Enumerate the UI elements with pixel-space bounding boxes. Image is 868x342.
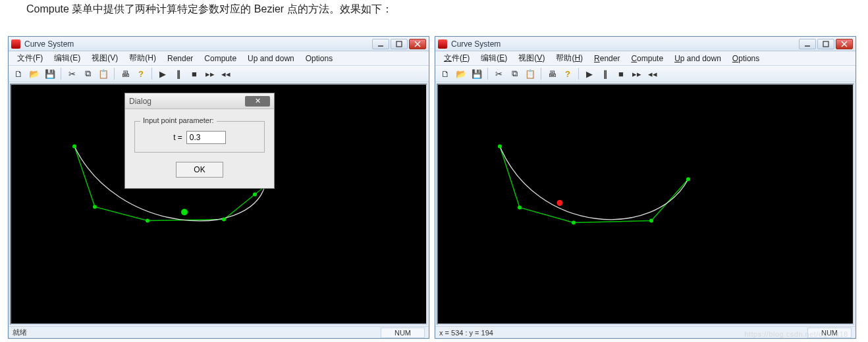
menu-updown[interactable]: Up and down bbox=[243, 53, 299, 64]
window-title: Curve System bbox=[451, 39, 799, 49]
menu-file[interactable]: 文件(F) bbox=[439, 51, 474, 65]
copy-icon[interactable]: ⧉ bbox=[80, 66, 95, 81]
menu-view[interactable]: 视图(V) bbox=[514, 51, 549, 65]
menu-help[interactable]: 帮助(H) bbox=[124, 51, 161, 65]
step-back-icon[interactable]: ▸▸ bbox=[203, 66, 217, 81]
menu-render[interactable]: Render bbox=[589, 53, 624, 64]
save-icon[interactable]: 💾 bbox=[43, 66, 57, 81]
menu-options[interactable]: Options bbox=[301, 53, 337, 64]
save-icon[interactable]: 💾 bbox=[470, 66, 484, 81]
cut-icon[interactable]: ✂ bbox=[491, 66, 506, 81]
sep-icon bbox=[541, 68, 541, 80]
canvas-area[interactable] bbox=[437, 84, 854, 325]
control-point[interactable] bbox=[146, 219, 149, 223]
status-text: x = 534 : y = 194 bbox=[439, 329, 807, 337]
sep-icon bbox=[61, 68, 61, 80]
control-point[interactable] bbox=[222, 218, 226, 222]
control-point[interactable] bbox=[649, 219, 653, 223]
minimize-button[interactable] bbox=[372, 39, 389, 49]
computed-point[interactable] bbox=[557, 200, 563, 206]
canvas-area[interactable]: Dialog ✕ Input point parameter: t = OK bbox=[10, 84, 427, 325]
ok-button[interactable]: OK bbox=[176, 162, 223, 178]
dialog-title-text: Dialog bbox=[129, 97, 245, 106]
toolbar: 🗋 📂 💾 ✂ ⧉ 📋 🖶 ? ▶ ∥ ■ ▸▸ ◂◂ bbox=[9, 66, 429, 82]
menu-edit[interactable]: 编辑(E) bbox=[476, 51, 512, 65]
cut-icon[interactable]: ✂ bbox=[65, 66, 79, 81]
menu-file[interactable]: 文件(F) bbox=[13, 51, 47, 65]
page-caption: Compute 菜单中提供了两种计算特定参数对应的 Bezier 点的方法。效果… bbox=[26, 3, 393, 16]
menu-options[interactable]: Options bbox=[728, 53, 764, 64]
close-button[interactable] bbox=[836, 39, 853, 49]
t-input[interactable] bbox=[186, 131, 226, 144]
control-point[interactable] bbox=[93, 205, 97, 209]
minimize-button[interactable] bbox=[799, 39, 816, 49]
dialog-groupbox: Input point parameter: t = bbox=[134, 121, 265, 153]
control-point[interactable] bbox=[572, 221, 576, 225]
menu-help[interactable]: 帮助(H) bbox=[551, 51, 587, 65]
menu-updown[interactable]: Up and down bbox=[670, 53, 726, 64]
step-back-icon[interactable]: ▸▸ bbox=[630, 66, 644, 81]
titlebar[interactable]: Curve System bbox=[9, 37, 429, 51]
status-numlock: NUM bbox=[807, 328, 852, 338]
dialog-group-label: Input point parameter: bbox=[140, 116, 217, 124]
app-icon bbox=[11, 39, 20, 49]
control-point[interactable] bbox=[686, 178, 690, 182]
app-window-left: Curve System 文件(F) 编辑(E) 视图(V) 帮助(H) Ren… bbox=[8, 36, 429, 339]
control-point[interactable] bbox=[72, 145, 76, 149]
rewind-icon[interactable]: ◂◂ bbox=[645, 66, 660, 81]
rewind-icon[interactable]: ◂◂ bbox=[219, 66, 233, 81]
menu-compute[interactable]: Compute bbox=[200, 53, 241, 64]
stop-icon[interactable]: ■ bbox=[187, 66, 202, 81]
sep-icon bbox=[487, 68, 488, 80]
new-icon[interactable]: 🗋 bbox=[11, 66, 26, 81]
menubar: 文件(F) 编辑(E) 视图(V) 帮助(H) Render Compute U… bbox=[435, 51, 855, 66]
bezier-curve bbox=[500, 147, 688, 220]
help-icon[interactable]: ? bbox=[560, 66, 575, 81]
bezier-canvas[interactable] bbox=[438, 85, 853, 324]
menu-view[interactable]: 视图(V) bbox=[87, 51, 122, 65]
open-icon[interactable]: 📂 bbox=[27, 66, 41, 81]
control-point[interactable] bbox=[253, 193, 257, 197]
statusbar: 就绪 NUM bbox=[9, 326, 429, 338]
status-text: 就绪 bbox=[13, 328, 381, 337]
paste-icon[interactable]: 📋 bbox=[96, 66, 111, 81]
menu-compute[interactable]: Compute bbox=[626, 53, 668, 64]
window-title: Curve System bbox=[24, 39, 372, 49]
print-icon[interactable]: 🖶 bbox=[118, 66, 132, 81]
app-icon bbox=[438, 39, 447, 49]
open-icon[interactable]: 📂 bbox=[454, 66, 468, 81]
sep-icon bbox=[114, 68, 115, 80]
sep-icon bbox=[578, 68, 579, 80]
paste-icon[interactable]: 📋 bbox=[523, 66, 537, 81]
dialog-titlebar[interactable]: Dialog ✕ bbox=[125, 93, 274, 109]
play-icon[interactable]: ▶ bbox=[155, 66, 170, 81]
pause-icon[interactable]: ∥ bbox=[171, 66, 186, 81]
new-icon[interactable]: 🗋 bbox=[438, 66, 452, 81]
pause-icon[interactable]: ∥ bbox=[598, 66, 612, 81]
statusbar: x = 534 : y = 194 NUM bbox=[435, 326, 855, 338]
t-label: t = bbox=[173, 133, 182, 142]
param-dialog[interactable]: Dialog ✕ Input point parameter: t = OK bbox=[124, 93, 275, 189]
dialog-close-button[interactable]: ✕ bbox=[245, 96, 270, 107]
close-button[interactable] bbox=[409, 39, 426, 49]
svg-rect-5 bbox=[823, 41, 828, 47]
maximize-button[interactable] bbox=[817, 39, 834, 49]
copy-icon[interactable]: ⧉ bbox=[507, 66, 522, 81]
menubar: 文件(F) 编辑(E) 视图(V) 帮助(H) Render Compute U… bbox=[9, 51, 429, 66]
print-icon[interactable]: 🖶 bbox=[545, 66, 559, 81]
svg-rect-1 bbox=[396, 41, 402, 47]
play-icon[interactable]: ▶ bbox=[582, 66, 597, 81]
control-point[interactable] bbox=[518, 206, 522, 210]
titlebar[interactable]: Curve System bbox=[435, 37, 855, 51]
menu-render[interactable]: Render bbox=[163, 53, 198, 64]
toolbar: 🗋 📂 💾 ✂ ⧉ 📋 🖶 ? ▶ ∥ ■ ▸▸ ◂◂ bbox=[435, 66, 855, 82]
stop-icon[interactable]: ■ bbox=[614, 66, 628, 81]
computed-point[interactable] bbox=[181, 209, 188, 216]
menu-edit[interactable]: 编辑(E) bbox=[49, 51, 85, 65]
control-polygon bbox=[500, 147, 688, 223]
status-numlock: NUM bbox=[381, 328, 425, 338]
maximize-button[interactable] bbox=[391, 39, 408, 49]
sep-icon bbox=[151, 68, 152, 80]
help-icon[interactable]: ? bbox=[134, 66, 148, 81]
control-point[interactable] bbox=[498, 145, 502, 149]
